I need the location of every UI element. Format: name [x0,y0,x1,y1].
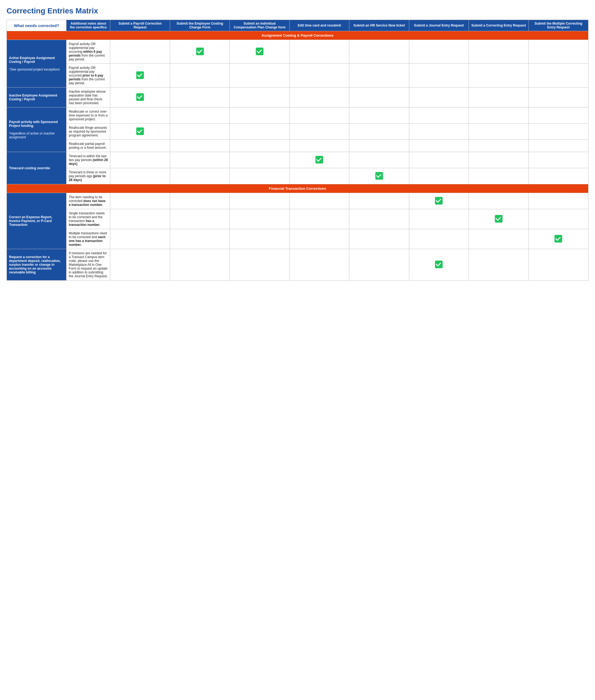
header-col1: Submit a Payroll Correction Request [110,20,170,31]
section-header-row: Assignment Costing & Payroll Corrections [7,31,589,40]
action-cell-2 [230,40,289,64]
row-note: Single transaction needs to be corrected… [66,209,110,229]
action-cell-2 [230,209,289,229]
section-label: Assignment Costing & Payroll Corrections [7,31,589,40]
row-what-label: Inactive Employee Assignment Costing / P… [7,88,66,108]
matrix-table: What needs corrected? Additional notes a… [6,20,589,281]
table-row: Timecard is three or more pay periods ag… [7,168,589,184]
action-cell-1 [170,152,229,168]
action-cell-6 [469,108,529,124]
action-cell-5 [409,40,469,64]
action-cell-2 [230,140,289,152]
action-cell-6 [469,140,529,152]
header-notes: Additional notes about the correction sp… [66,20,110,31]
action-cell-6 [469,168,529,184]
action-cell-0 [110,249,170,281]
checkmark-icon [136,71,144,79]
action-cell-6 [469,193,529,209]
action-cell-4 [349,140,409,152]
action-cell-7 [529,64,589,88]
header-col2: Submit the Employee Costing Change Form [170,20,229,31]
checkmark-icon [495,215,503,223]
page-title: Correcting Entries Matrix [6,6,589,15]
table-row: Inactive Employee Assignment Costing / P… [7,88,589,108]
table-row: Payroll activity with Sponsored Project … [7,108,589,124]
table-row: Payroll activity OR supplemental pay occ… [7,64,589,88]
action-cell-6 [469,249,529,281]
checkmark-icon [555,235,562,242]
header-row: What needs corrected? Additional notes a… [7,20,589,31]
action-cell-7 [529,229,589,249]
checkmark-icon [435,197,443,205]
action-cell-5 [409,249,469,281]
row-note: Payroll activity OR supplemental pay occ… [66,64,110,88]
action-cell-0 [110,140,170,152]
action-cell-0 [110,168,170,184]
table-row: Single transaction needs to be corrected… [7,209,589,229]
action-cell-0 [110,229,170,249]
action-cell-6 [469,229,529,249]
action-cell-7 [529,124,589,140]
action-cell-5 [409,108,469,124]
action-cell-2 [230,152,289,168]
action-cell-4 [349,88,409,108]
action-cell-3 [289,64,349,88]
action-cell-1 [170,108,229,124]
action-cell-3 [289,140,349,152]
action-cell-3 [289,168,349,184]
action-cell-5 [409,209,469,229]
action-cell-2 [230,168,289,184]
row-note: If revisions are needed for a Transact C… [66,249,110,281]
action-cell-6 [469,40,529,64]
header-col8: Submit the Multiple Correcting Entry Req… [529,20,589,31]
action-cell-3 [289,124,349,140]
action-cell-4 [349,168,409,184]
checkmark-icon [136,93,144,101]
row-note: The item needing to be corrected does no… [66,193,110,209]
action-cell-5 [409,229,469,249]
row-what-label: Timecard costing override [7,152,66,184]
action-cell-0 [110,124,170,140]
action-cell-1 [170,124,229,140]
table-row: Reallocate partial payroll posting or a … [7,140,589,152]
action-cell-1 [170,209,229,229]
row-note: Inactive employee whose separation date … [66,88,110,108]
section-header-row: Financial Transaction Corrections [7,184,589,193]
action-cell-4 [349,249,409,281]
action-cell-7 [529,140,589,152]
action-cell-1 [170,40,229,64]
action-cell-7 [529,249,589,281]
action-cell-3 [289,88,349,108]
action-cell-0 [110,152,170,168]
action-cell-1 [170,229,229,249]
action-cell-3 [289,40,349,64]
action-cell-5 [409,140,469,152]
row-note: Reallocate partial payroll posting or a … [66,140,110,152]
action-cell-7 [529,152,589,168]
action-cell-1 [170,249,229,281]
checkmark-icon [315,156,323,164]
action-cell-2 [230,229,289,249]
action-cell-7 [529,108,589,124]
action-cell-1 [170,193,229,209]
header-col5: Submit an HR Service Now ticket [349,20,409,31]
action-cell-0 [110,40,170,64]
checkmark-icon [136,127,144,135]
row-what-label: Active Employee Assignment Costing / Pay… [7,40,66,88]
table-row: Multiple transactions need to be correct… [7,229,589,249]
header-col7: Submit a Correcting Entry Request [469,20,529,31]
action-cell-3 [289,209,349,229]
action-cell-6 [469,64,529,88]
action-cell-2 [230,124,289,140]
header-col6: Submit a Journal Entry Request [409,20,469,31]
action-cell-3 [289,249,349,281]
action-cell-0 [110,88,170,108]
header-col4: Edit time card and resubmit [289,20,349,31]
action-cell-7 [529,168,589,184]
row-note: Reallocate fringe amounts as required by… [66,124,110,140]
action-cell-0 [110,193,170,209]
checkmark-icon [375,172,383,180]
action-cell-5 [409,193,469,209]
action-cell-4 [349,209,409,229]
row-note: Timecard is within the last two pay peri… [66,152,110,168]
